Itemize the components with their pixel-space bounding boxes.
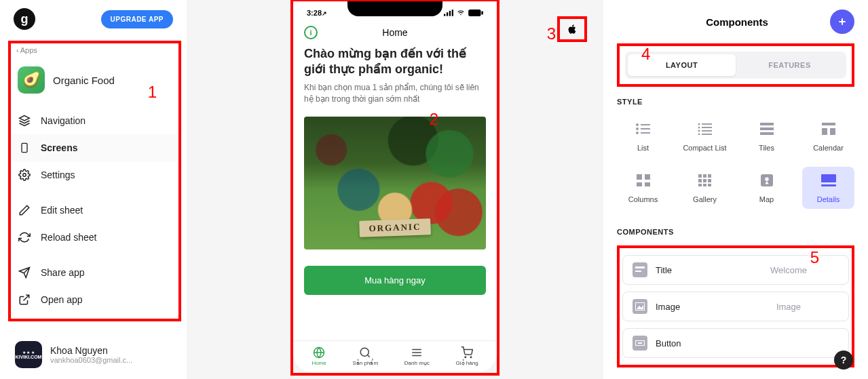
tab-products-label: Sản phẩm [352,360,378,366]
tab-cart[interactable]: Giỏ hàng [456,346,478,366]
style-list[interactable]: List [617,115,669,157]
svg-line-15 [368,355,370,357]
svg-rect-65 [638,342,642,344]
style-calendar[interactable]: Calendar [802,115,854,157]
svg-rect-34 [702,130,712,132]
tab-home-label: Home [312,360,326,366]
signal-icon [444,9,453,16]
annotation-box-2: 3:28↗ i Home Chào mừng bạn đến với thế g… [290,0,499,376]
tab-products[interactable]: Sản phẩm [352,346,378,366]
tiles-icon [755,121,779,137]
svg-point-2 [23,174,26,177]
style-details[interactable]: Details [802,167,854,209]
image-component-icon [633,299,647,314]
app-logo[interactable]: g [14,8,35,30]
svg-rect-49 [708,174,711,178]
refresh-icon [18,231,31,243]
svg-point-25 [636,127,639,130]
svg-rect-53 [698,184,702,186]
user-account[interactable]: ★ ★ ★ KIVIKI.COM Khoa Nguyen vankhoa0603… [0,338,187,371]
svg-rect-51 [703,179,706,182]
add-component-button[interactable] [830,9,854,34]
style-details-label: Details [817,195,840,203]
phone-header: i Home [293,22,497,46]
svg-point-29 [698,123,700,125]
nav-edit-sheet[interactable]: Edit sheet [11,197,178,224]
style-map[interactable]: Map [740,167,793,209]
buy-now-button[interactable]: Mua hàng ngay [304,266,486,295]
annotation-box-3 [557,16,587,42]
svg-rect-55 [708,184,711,186]
phone-preview: 3:28↗ i Home Chào mừng bạn đến với thế g… [293,1,497,373]
external-link-icon [18,294,31,306]
help-button[interactable]: ? [834,351,853,370]
svg-point-19 [465,357,466,358]
style-list-label: List [637,144,649,152]
nav-navigation[interactable]: Navigation [11,107,178,134]
components-section-label: COMPONENTS [617,228,854,236]
style-columns[interactable]: Columns [617,167,669,209]
welcome-heading: Chào mừng bạn đến với thế giới thực phẩm… [304,46,486,78]
compact-list-icon [693,121,717,137]
nav-label-reload-sheet: Reload sheet [41,232,97,243]
svg-rect-37 [760,123,774,125]
welcome-subtext: Khi bạn chọn mua 1 sản phẩm, chúng tôi s… [304,82,486,105]
nav-open-app[interactable]: Open app [11,286,178,313]
tab-features[interactable]: FEATURES [736,54,844,76]
svg-rect-28 [641,132,650,134]
nav-share-app[interactable]: Share app [11,259,178,286]
map-pin-icon [755,172,779,188]
phone-header-title: Home [382,27,407,38]
style-tiles[interactable]: Tiles [740,115,793,157]
svg-rect-52 [708,179,711,182]
svg-rect-30 [702,123,712,125]
style-grid: List Compact List Tiles Calendar Columns… [617,115,854,209]
svg-rect-44 [645,174,650,180]
globe-icon [313,346,325,359]
svg-rect-58 [821,174,836,182]
wifi-icon [456,9,466,16]
svg-point-23 [636,123,639,126]
user-email: vankhoa0603@gmail.c... [50,356,132,364]
svg-rect-24 [641,124,650,125]
tab-categories[interactable]: Danh mục [404,346,430,366]
svg-rect-40 [822,123,835,125]
center-preview-panel: 3:28↗ i Home Chào mừng bạn đến với thế g… [187,0,603,379]
tab-home[interactable]: Home [312,346,326,366]
nav-screens[interactable]: Screens [11,134,178,161]
svg-rect-32 [702,127,712,128]
nav-label-settings: Settings [41,169,75,180]
svg-marker-0 [20,116,30,121]
phone-tab-bar: Home Sản phẩm Danh mục Giỏ hàng [293,340,497,373]
apps-back-link[interactable]: ‹ Apps [11,43,178,62]
svg-rect-59 [821,184,836,186]
upgrade-app-button[interactable]: UPGRADE APP [101,10,173,28]
gear-icon [18,169,31,181]
svg-marker-63 [637,305,643,309]
svg-point-35 [698,134,700,136]
svg-rect-61 [635,271,641,272]
nav-reload-sheet[interactable]: Reload sheet [11,224,178,251]
svg-rect-6 [444,14,445,16]
apple-icon[interactable] [567,23,578,35]
style-compact-list[interactable]: Compact List [679,115,731,157]
svg-rect-11 [481,12,483,15]
svg-rect-45 [637,182,642,186]
annotation-box-5: 5 Title Welcome Image Image Button [617,245,854,367]
svg-rect-48 [703,174,706,178]
component-button[interactable]: Button [622,328,849,358]
left-header: g UPGRADE APP [0,8,187,41]
svg-rect-26 [641,128,650,129]
style-gallery[interactable]: Gallery [679,167,731,209]
search-icon [359,346,371,359]
left-panel: g UPGRADE APP ‹ Apps 🥑 Organic Food 1 Na… [0,0,187,379]
nav-settings[interactable]: Settings [11,161,178,188]
info-icon[interactable]: i [304,26,318,39]
svg-rect-8 [449,11,451,16]
style-section-label: STYLE [617,98,854,106]
style-calendar-label: Calendar [813,144,844,152]
battery-icon [468,9,483,16]
component-image[interactable]: Image Image [622,292,849,321]
svg-point-33 [698,130,700,132]
layout-features-toggle: LAYOUT FEATURES [625,52,846,79]
